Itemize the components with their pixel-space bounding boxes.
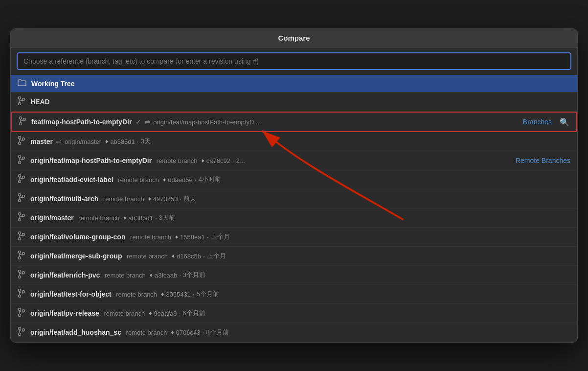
item-name: origin/feat/merge-sub-group bbox=[30, 252, 122, 260]
item-hash: a3fcaab bbox=[155, 272, 177, 279]
branch-icon bbox=[18, 232, 25, 242]
branch-icon bbox=[18, 251, 25, 261]
svg-point-16 bbox=[19, 200, 21, 202]
svg-point-18 bbox=[19, 213, 21, 215]
item-meta: remote branch bbox=[114, 291, 157, 298]
svg-point-12 bbox=[19, 175, 21, 177]
item-name: origin/master bbox=[30, 214, 74, 222]
item-name: feat/map-hostPath-to-emptyDir bbox=[31, 118, 132, 126]
item-hash: d168c5b bbox=[177, 253, 201, 260]
dot: · bbox=[193, 290, 195, 298]
list-item[interactable]: master ⇌ origin/master ♦ ab385d1 · 3天 bbox=[11, 132, 577, 151]
svg-point-5 bbox=[23, 118, 26, 121]
svg-point-3 bbox=[20, 117, 22, 119]
svg-point-29 bbox=[23, 272, 25, 274]
dot: · bbox=[179, 271, 181, 279]
item-time: 3天 bbox=[141, 137, 151, 146]
svg-point-23 bbox=[23, 233, 25, 236]
list-item[interactable]: origin/feat/enrich-pvc remote branch ♦ a… bbox=[11, 266, 577, 285]
svg-point-8 bbox=[23, 138, 25, 140]
item-name: origin/feat/pv-release bbox=[30, 309, 99, 317]
item-name: origin/feat/add_huoshan_sc bbox=[30, 328, 121, 336]
branch-icon bbox=[18, 193, 25, 204]
svg-point-38 bbox=[23, 329, 25, 331]
search-bar bbox=[11, 47, 577, 75]
item-time: 4小时前 bbox=[199, 175, 221, 184]
item-hash: 0706c43 bbox=[176, 329, 201, 336]
item-name: HEAD bbox=[30, 98, 50, 106]
dot: · bbox=[232, 157, 234, 164]
item-time: 8个月前 bbox=[206, 328, 228, 337]
list-item[interactable]: origin/feat/map-hostPath-to-emptyDir rem… bbox=[11, 151, 577, 170]
svg-point-14 bbox=[23, 176, 25, 179]
item-hash: ca76c92 bbox=[206, 157, 230, 164]
svg-point-13 bbox=[19, 181, 21, 183]
svg-point-27 bbox=[19, 270, 21, 273]
item-meta: remote branch bbox=[125, 253, 167, 260]
list-item[interactable]: HEAD bbox=[11, 93, 577, 112]
item-name: origin/feat/multi-arch bbox=[30, 195, 98, 203]
dot: · bbox=[179, 309, 181, 317]
branch-icon bbox=[18, 136, 25, 147]
item-name: origin/feat/enrich-pvc bbox=[30, 271, 100, 279]
list-item[interactable]: origin/feat/merge-sub-group remote branc… bbox=[11, 247, 577, 266]
svg-point-21 bbox=[19, 232, 21, 234]
commit-icon: ♦ bbox=[172, 253, 175, 259]
item-time: 上个月 bbox=[207, 252, 226, 260]
dot: · bbox=[195, 176, 197, 184]
list-item[interactable]: origin/master remote branch ♦ ab385d1 · … bbox=[11, 209, 577, 228]
dot: · bbox=[202, 328, 204, 336]
dot: · bbox=[207, 233, 209, 241]
svg-point-33 bbox=[19, 308, 21, 311]
dot: · bbox=[180, 195, 181, 203]
branch-icon bbox=[18, 289, 25, 300]
item-time: 2... bbox=[236, 157, 245, 164]
item-hash: ab385d1 bbox=[128, 214, 153, 222]
sync-icon: ⇌ bbox=[56, 138, 62, 145]
svg-point-7 bbox=[19, 142, 21, 145]
svg-point-26 bbox=[23, 253, 25, 255]
list-item[interactable]: origin/feat/add_huoshan_sc remote branch… bbox=[11, 323, 577, 342]
list-item[interactable]: origin/feat/add-evict-label remote branc… bbox=[11, 170, 577, 189]
svg-point-2 bbox=[23, 98, 25, 101]
commit-icon: ♦ bbox=[150, 272, 153, 278]
item-time: 上个月 bbox=[211, 232, 230, 241]
branch-icon bbox=[18, 327, 25, 338]
item-hash: 3055431 bbox=[166, 291, 191, 298]
branch-icon bbox=[18, 270, 25, 280]
svg-point-35 bbox=[23, 310, 25, 312]
branch-icon bbox=[18, 96, 25, 107]
item-time: 前天 bbox=[183, 194, 196, 203]
commit-icon: ♦ bbox=[163, 176, 166, 183]
search-icon[interactable]: 🔍 bbox=[560, 117, 569, 127]
list-item[interactable]: origin/feat/test-for-object remote branc… bbox=[11, 285, 577, 304]
dot: · bbox=[137, 138, 139, 145]
svg-point-32 bbox=[23, 291, 25, 293]
svg-point-9 bbox=[19, 156, 21, 158]
svg-point-30 bbox=[19, 289, 21, 292]
item-name: origin/feat/volume-group-con bbox=[30, 233, 125, 241]
svg-point-25 bbox=[19, 257, 21, 259]
commit-icon: ♦ bbox=[123, 214, 126, 221]
branch-icon bbox=[18, 212, 25, 223]
list-item-selected[interactable]: feat/map-hostPath-to-emptyDir ✓ ⇌ origin… bbox=[11, 112, 577, 132]
svg-point-22 bbox=[19, 238, 21, 240]
list-item[interactable]: origin/feat/pv-release remote branch ♦ 9… bbox=[11, 304, 577, 323]
search-input[interactable] bbox=[17, 52, 571, 70]
item-meta: remote branch bbox=[116, 176, 159, 184]
item-name: Working Tree bbox=[31, 80, 74, 88]
item-meta: remote branch bbox=[77, 214, 119, 222]
svg-point-10 bbox=[19, 162, 21, 164]
list-item[interactable]: origin/feat/multi-arch remote branch ♦ 4… bbox=[11, 189, 577, 209]
commit-icon: ♦ bbox=[175, 233, 178, 240]
item-time: 3个月前 bbox=[183, 271, 205, 279]
dot: · bbox=[155, 214, 157, 222]
svg-point-6 bbox=[19, 137, 21, 139]
list-item[interactable]: origin/feat/volume-group-con remote bran… bbox=[11, 228, 577, 247]
list-item[interactable]: Working Tree bbox=[11, 75, 577, 93]
svg-point-4 bbox=[20, 123, 22, 125]
branch-icon bbox=[18, 174, 25, 185]
svg-point-37 bbox=[19, 333, 21, 336]
dialog-title: Compare bbox=[11, 29, 577, 47]
item-hash: 4973253 bbox=[153, 195, 178, 203]
